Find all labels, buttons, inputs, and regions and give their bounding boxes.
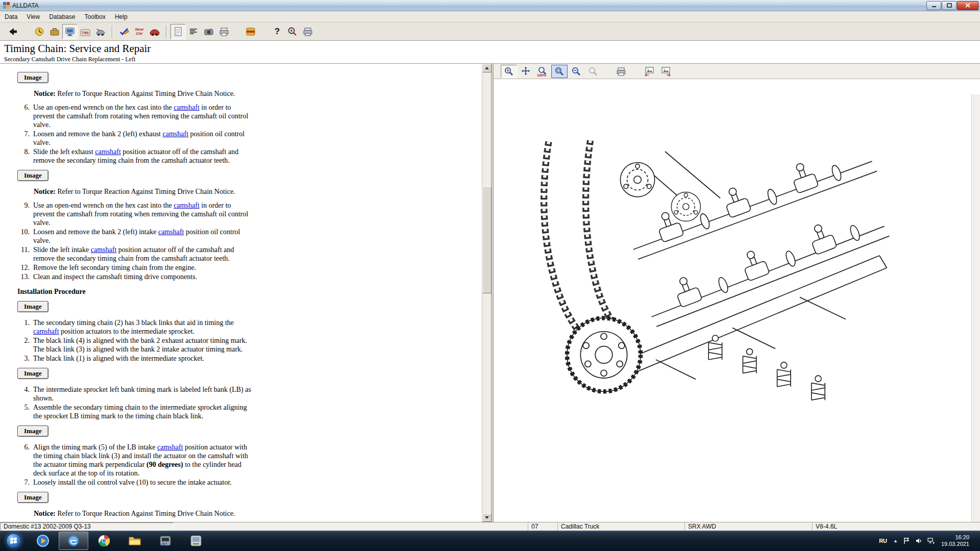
status-make: Cadillac Truck — [558, 522, 685, 531]
viewer-canvas[interactable] — [494, 79, 980, 522]
plain-text: Refer to Torque Reaction Against Timing … — [56, 90, 235, 97]
menu-view[interactable]: View — [22, 12, 44, 21]
print-button[interactable] — [216, 24, 232, 39]
step-text: Loosen and remove the bank 2 (left) inta… — [33, 228, 254, 245]
camshaft-link[interactable]: camshaft — [174, 202, 200, 209]
history-button[interactable] — [32, 24, 47, 39]
step-text: Remove the left secondary timing chain f… — [33, 263, 196, 272]
viewer-print-button[interactable] — [613, 65, 629, 78]
status-code: 07 — [528, 522, 558, 531]
network-icon[interactable] — [926, 536, 936, 545]
red-car-button[interactable] — [147, 24, 162, 39]
taskbar-file-explorer[interactable] — [120, 532, 150, 550]
scrollbar-thumb[interactable] — [482, 186, 492, 293]
scroll-down-button[interactable] — [482, 513, 492, 522]
taskbar-clock[interactable]: 16:20 19.03.2021 — [937, 534, 974, 547]
zoom-in-button[interactable] — [501, 65, 517, 78]
image-button[interactable]: Image — [17, 492, 48, 503]
language-indicator[interactable]: RU — [875, 538, 891, 544]
taskbar-chrome[interactable] — [89, 532, 119, 550]
viewer-scrollbar[interactable] — [971, 94, 980, 522]
action-center-flag-icon[interactable] — [902, 536, 911, 545]
image-button[interactable]: Image — [17, 425, 48, 437]
check-pen-button[interactable] — [116, 24, 132, 39]
zoom-window-button[interactable] — [585, 65, 601, 78]
new-car-button[interactable]: New Car — [132, 24, 147, 39]
page-subtitle: Secondary Camshaft Drive Chain Replaceme… — [4, 56, 980, 63]
document-pane: ImageNotice: Refer to Torque Reaction Ag… — [0, 64, 482, 522]
media-player-icon — [35, 533, 51, 548]
vehicle-monitor-button[interactable] — [62, 24, 78, 39]
help-button[interactable]: ? — [270, 24, 285, 39]
bold-text: Notice: — [34, 510, 56, 517]
image-button[interactable]: Image — [17, 170, 48, 181]
step-number: 10. — [17, 228, 30, 245]
taskbar-diagnostic-tool[interactable] — [151, 532, 180, 550]
search-button[interactable] — [285, 24, 300, 39]
image-button-row: Image — [17, 425, 477, 437]
camshaft-link[interactable]: camshaft — [162, 130, 188, 138]
car-wrench-button[interactable] — [93, 24, 108, 39]
scroll-up-button[interactable] — [482, 64, 492, 72]
section-heading: Installation Procedure — [17, 287, 477, 296]
camshaft-link[interactable]: camshaft — [33, 328, 59, 335]
camshaft-link[interactable]: camshaft — [91, 246, 117, 254]
procedure-step: 1.The secondary timing chain (2) has 3 b… — [17, 318, 477, 336]
step-text: Slide the left intake camshaft position … — [33, 245, 254, 263]
plain-text: The black link (1) is aligned with the i… — [33, 355, 204, 362]
zoom-out-button[interactable] — [568, 65, 584, 78]
volume-icon[interactable] — [914, 536, 923, 545]
diagnostic-tool-icon — [158, 533, 173, 548]
step-number: 12. — [17, 263, 30, 272]
bold-text: (90 degrees) — [146, 461, 183, 468]
zoom-100-button[interactable]: 100% — [534, 65, 551, 78]
procedure-step: 11.Slide the left intake camshaft positi… — [17, 245, 477, 263]
folder-icon — [127, 533, 142, 548]
camshaft-link[interactable]: camshaft — [174, 104, 200, 111]
taskbar-internet-explorer[interactable] — [59, 532, 88, 550]
plain-text: Refer to Torque Reaction Against Timing … — [56, 510, 235, 517]
document-view-button[interactable] — [170, 24, 186, 39]
zoom-fit-button[interactable] — [551, 65, 568, 78]
camshaft-link[interactable]: camshaft — [157, 443, 183, 451]
taskbar-media-player[interactable] — [28, 532, 58, 550]
tsb-750-button[interactable]: 750 — [78, 24, 93, 39]
scroll-down-icon — [485, 516, 489, 519]
image-button-row: Image — [17, 72, 477, 83]
recall-button[interactable] — [243, 24, 258, 39]
briefcase-button[interactable] — [47, 24, 62, 39]
menu-database[interactable]: Database — [44, 12, 80, 21]
start-button[interactable] — [0, 531, 28, 551]
pan-button[interactable] — [518, 65, 534, 78]
align-text-button[interactable] — [186, 24, 201, 39]
image-button[interactable]: Image — [17, 72, 48, 83]
bold-text: Notice: — [34, 188, 56, 195]
procedure-step: 13.Clean and inspect the camshaft timing… — [17, 272, 477, 281]
back-button[interactable] — [5, 24, 20, 39]
procedure-step: 3.The black link (1) is aligned with the… — [17, 354, 477, 363]
document-scrollbar[interactable] — [482, 64, 491, 522]
menu-help[interactable]: Help — [110, 12, 132, 21]
image-button[interactable]: Image — [17, 301, 48, 312]
menu-toolbox[interactable]: Toolbox — [80, 12, 110, 21]
maximize-button[interactable] — [942, 1, 957, 10]
plain-text: Assemble the secondary timing chain to t… — [33, 404, 247, 420]
camshaft-link[interactable]: camshaft — [158, 228, 184, 236]
plain-text: Align the timing mark (5) of the LB inta… — [33, 443, 157, 451]
previous-image-button[interactable] — [641, 65, 657, 78]
step-number: 3. — [17, 354, 30, 363]
print-preview-button[interactable] — [300, 24, 315, 39]
minimize-button[interactable] — [926, 1, 941, 10]
next-image-button[interactable] — [658, 65, 674, 78]
windows-orb-icon — [6, 533, 21, 548]
camshaft-link[interactable]: camshaft — [95, 148, 121, 156]
taskbar-scan-tool[interactable] — [181, 532, 211, 550]
system-tray: RU ▲ 16:20 19.03.2021 — [875, 531, 980, 551]
close-button[interactable] — [957, 1, 978, 10]
menu-data[interactable]: Data — [0, 12, 22, 21]
camera-button[interactable] — [201, 24, 216, 39]
clock-date: 19.03.2021 — [941, 541, 969, 547]
plain-text: Clean and inspect the camshaft timing dr… — [33, 273, 197, 281]
image-button[interactable]: Image — [17, 368, 48, 379]
tray-expand-icon[interactable]: ▲ — [891, 538, 900, 543]
